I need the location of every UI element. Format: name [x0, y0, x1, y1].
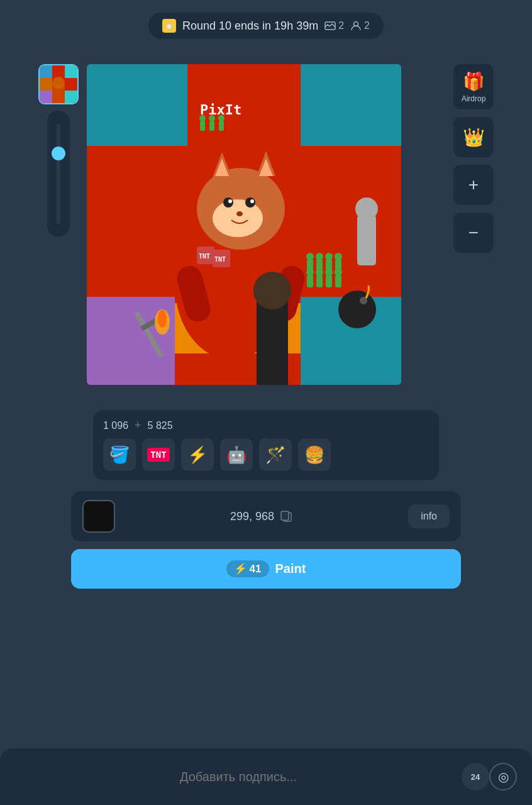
- svg-point-68: [355, 197, 378, 220]
- paint-label: Paint: [275, 562, 306, 576]
- round-label: Round 10 ends in 19h 39m: [182, 19, 318, 33]
- camera-icon: ◎: [498, 769, 509, 784]
- info-button[interactable]: info: [408, 504, 450, 528]
- svg-rect-67: [357, 215, 376, 265]
- color1-count: 1 096: [103, 420, 128, 431]
- svg-text:TNT: TNT: [199, 253, 210, 260]
- minus-icon: −: [468, 223, 479, 243]
- svg-point-56: [209, 115, 215, 121]
- paint-button[interactable]: ⚡ 41 Paint: [71, 549, 461, 589]
- svg-rect-50: [257, 297, 288, 385]
- lightning-tool[interactable]: ⚡: [181, 438, 214, 471]
- camera-button[interactable]: ◎: [489, 763, 517, 791]
- svg-rect-4: [52, 65, 65, 78]
- svg-rect-12: [87, 64, 187, 146]
- bolt-badge: ⚡ 41: [226, 560, 269, 577]
- svg-rect-46: [335, 275, 341, 287]
- airdrop-button[interactable]: 🎁 Airdrop: [453, 64, 494, 109]
- color2-count: 5 825: [148, 420, 173, 431]
- users-stat: 2: [350, 20, 370, 31]
- svg-point-28: [250, 199, 254, 203]
- svg-point-62: [158, 310, 167, 328]
- lightning-icon: ⚡: [187, 445, 208, 465]
- info-label: info: [421, 511, 437, 521]
- caption-input[interactable]: [15, 770, 462, 784]
- svg-rect-53: [200, 121, 205, 131]
- tnt-icon: TNT: [147, 448, 169, 462]
- svg-point-39: [335, 253, 342, 260]
- svg-point-33: [306, 253, 314, 260]
- notification-badge[interactable]: 24: [462, 763, 489, 791]
- svg-point-26: [245, 197, 255, 208]
- svg-point-54: [199, 115, 206, 121]
- airdrop-icon: 🎁: [463, 71, 485, 92]
- coordinates-text: 299, 968: [230, 510, 274, 523]
- svg-point-29: [236, 211, 243, 216]
- plus-icon: +: [468, 175, 479, 195]
- wand-tool[interactable]: 🪄: [259, 438, 292, 471]
- zoom-plus-button[interactable]: +: [453, 165, 494, 205]
- coords-display: 299, 968: [125, 509, 398, 523]
- svg-rect-7: [40, 91, 52, 103]
- svg-point-25: [223, 197, 233, 208]
- svg-text:TNT: TNT: [214, 256, 226, 263]
- svg-rect-40: [307, 275, 313, 287]
- robot-icon: 🤖: [226, 445, 247, 465]
- svg-rect-8: [65, 91, 77, 103]
- tnt-tool[interactable]: TNT: [142, 438, 175, 471]
- bolt-icon: ⚡: [234, 562, 247, 575]
- pixel-thumbnail[interactable]: [38, 64, 79, 104]
- svg-point-58: [218, 115, 224, 121]
- right-panel: 🎁 Airdrop 👑 + −: [448, 64, 499, 253]
- paint-bucket-tool[interactable]: 🪣: [103, 438, 136, 471]
- separator: +: [135, 419, 141, 432]
- tools-top-row: 1 096 + 5 825: [103, 419, 429, 432]
- bottom-bar: 24 ◎: [0, 748, 532, 805]
- svg-rect-5: [65, 65, 77, 78]
- svg-point-43: [316, 269, 323, 276]
- images-stat: 2: [324, 20, 344, 31]
- svg-point-47: [335, 269, 342, 276]
- svg-point-10: [52, 77, 65, 89]
- svg-rect-42: [316, 275, 323, 287]
- canvas-area: PixIt TNT TNT: [33, 64, 499, 391]
- chest-icon: 👑: [463, 127, 485, 148]
- special-tool[interactable]: 🍔: [298, 438, 331, 471]
- svg-rect-55: [209, 121, 214, 131]
- svg-rect-13: [301, 64, 401, 146]
- svg-point-51: [253, 272, 291, 309]
- tools-icons: 🪣 TNT ⚡ 🤖 🪄 🍔: [103, 438, 429, 471]
- tools-section: 1 096 + 5 825 🪣 TNT ⚡ 🤖 🪄 🍔: [93, 410, 439, 480]
- top-bar: ■ Round 10 ends in 19h 39m 2 2: [0, 0, 532, 45]
- svg-point-24: [213, 199, 263, 237]
- airdrop-label: Airdrop: [462, 94, 486, 103]
- color-bar: 299, 968 info: [71, 491, 461, 541]
- selected-color-box[interactable]: [82, 500, 115, 533]
- svg-rect-6: [40, 78, 52, 91]
- left-panel: [33, 64, 84, 236]
- svg-rect-57: [219, 121, 224, 131]
- round-badge: ■ Round 10 ends in 19h 39m 2 2: [148, 13, 384, 39]
- round-icon: ■: [162, 19, 176, 33]
- svg-point-45: [325, 269, 333, 276]
- svg-point-37: [325, 253, 333, 260]
- notification-count: 24: [471, 772, 480, 782]
- canvas-image[interactable]: PixIt TNT TNT: [87, 64, 401, 385]
- svg-point-35: [316, 253, 323, 260]
- zoom-minus-button[interactable]: −: [453, 213, 494, 253]
- image-icon: [324, 20, 336, 31]
- users-icon: [350, 20, 362, 31]
- svg-rect-70: [281, 511, 289, 520]
- paint-bucket-icon: 🪣: [109, 445, 130, 465]
- copy-icon[interactable]: [279, 509, 293, 523]
- svg-point-48: [338, 291, 376, 328]
- svg-point-41: [306, 269, 314, 276]
- zoom-track: [57, 123, 60, 224]
- chest-button[interactable]: 👑: [453, 117, 494, 157]
- special-icon: 🍔: [304, 445, 324, 465]
- paint-button-container: ⚡ 41 Paint: [71, 549, 461, 589]
- svg-point-27: [228, 199, 232, 203]
- zoom-slider[interactable]: [47, 111, 70, 236]
- robot-tool[interactable]: 🤖: [220, 438, 253, 471]
- svg-rect-3: [40, 65, 52, 78]
